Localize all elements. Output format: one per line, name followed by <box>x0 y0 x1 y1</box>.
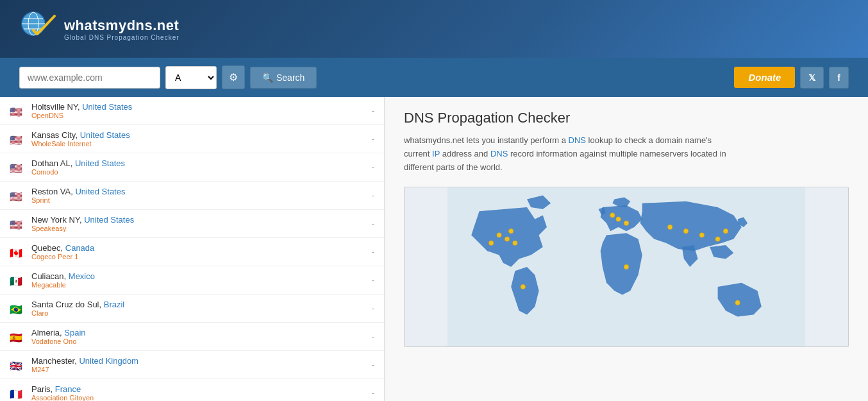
server-location: Paris, France <box>31 384 372 394</box>
svg-point-9 <box>488 241 493 245</box>
server-row[interactable]: 🇪🇸Almeria, SpainVodafone Ono- <box>0 323 384 351</box>
server-info: Holtsville NY, United StatesOpenDNS <box>31 102 372 119</box>
server-info: Culiacan, MexicoMegacable <box>31 271 372 289</box>
logo-area: whatsmydns.net Global DNS Propagation Ch… <box>19 10 179 48</box>
facebook-button[interactable]: f <box>829 67 849 89</box>
server-info: Almeria, SpainVodafone Ono <box>31 328 372 345</box>
server-isp: Comodo <box>31 168 372 176</box>
server-isp: OpenDNS <box>31 112 372 119</box>
svg-point-10 <box>513 241 517 245</box>
svg-point-18 <box>723 229 728 234</box>
server-result: - <box>372 191 374 200</box>
flag-icon: 🇺🇸 <box>10 134 25 144</box>
server-row[interactable]: 🇫🇷Paris, FranceAssociation Gitoyen- <box>0 379 384 401</box>
server-result: - <box>372 219 374 228</box>
flag-icon: 🇨🇦 <box>10 247 25 257</box>
server-row[interactable]: 🇺🇸Reston VA, United StatesSprint- <box>0 182 384 210</box>
server-isp: M247 <box>31 366 372 373</box>
server-location: Reston VA, United States <box>31 187 372 196</box>
server-location: Manchester, United Kingdom <box>31 356 372 366</box>
flag-icon: 🇺🇸 <box>10 219 25 229</box>
server-result: - <box>372 276 374 285</box>
flag-icon: 🇫🇷 <box>10 388 25 398</box>
server-info: Paris, FranceAssociation Gitoyen <box>31 384 372 401</box>
flag-icon: 🇲🇽 <box>10 275 25 286</box>
server-location: Almeria, Spain <box>31 328 372 337</box>
server-row[interactable]: 🇲🇽Culiacan, MexicoMegacable- <box>0 266 384 294</box>
right-panel: DNS Propagation Checker whatsmydns.net l… <box>385 97 868 401</box>
server-row[interactable]: 🇧🇷Santa Cruz do Sul, BrazilClaro- <box>0 294 384 323</box>
flag-icon: 🇺🇸 <box>10 162 25 173</box>
server-info: Reston VA, United StatesSprint <box>31 187 372 204</box>
svg-point-19 <box>521 285 525 289</box>
desc-dns2: DNS <box>490 149 508 158</box>
dns-title: DNS Propagation Checker <box>404 110 849 126</box>
server-info: Quebec, CanadaCogeco Peer 1 <box>31 243 372 260</box>
server-list: 🇺🇸Holtsville NY, United StatesOpenDNS-🇺🇸… <box>0 97 385 401</box>
svg-point-15 <box>683 229 688 234</box>
toolbar-right: Donate 𝕏 f <box>734 67 849 89</box>
server-isp: Claro <box>31 309 372 317</box>
svg-point-14 <box>667 225 672 230</box>
twitter-button[interactable]: 𝕏 <box>800 67 824 89</box>
donate-button[interactable]: Donate <box>734 67 795 88</box>
server-isp: Cogeco Peer 1 <box>31 253 372 260</box>
dns-description: whatsmydns.net lets you instantly perfor… <box>404 134 737 174</box>
server-isp: Sprint <box>31 196 372 204</box>
search-button[interactable]: 🔍 Search <box>250 67 317 89</box>
svg-point-13 <box>610 213 615 218</box>
svg-point-7 <box>505 237 509 241</box>
server-result: - <box>372 163 374 172</box>
svg-point-8 <box>508 229 513 234</box>
domain-input[interactable] <box>19 67 160 89</box>
settings-button[interactable]: ⚙ <box>222 65 245 89</box>
search-label: Search <box>276 73 305 83</box>
server-result: - <box>372 389 374 398</box>
site-header: whatsmydns.net Global DNS Propagation Ch… <box>0 0 868 58</box>
flag-icon: 🇺🇸 <box>10 106 25 116</box>
desc-text1: whatsmydns.net lets you instantly perfor… <box>404 135 569 145</box>
site-subtitle: Global DNS Propagation Checker <box>64 34 179 41</box>
flag-icon: 🇬🇧 <box>10 360 25 370</box>
twitter-icon: 𝕏 <box>808 73 815 83</box>
flag-icon: 🇧🇷 <box>10 303 25 314</box>
svg-point-20 <box>735 300 740 305</box>
record-type-select[interactable]: A AAAA CNAME MX NS TXT SOA <box>165 66 217 89</box>
svg-point-11 <box>616 217 621 221</box>
server-row[interactable]: 🇨🇦Quebec, CanadaCogeco Peer 1- <box>0 238 384 266</box>
server-result: - <box>372 135 374 144</box>
server-row[interactable]: 🇬🇧Manchester, United KingdomM247- <box>0 351 384 379</box>
server-location: Quebec, Canada <box>31 243 372 253</box>
server-location: Dothan AL, United States <box>31 158 372 168</box>
svg-point-21 <box>624 265 628 269</box>
desc-dns1: DNS <box>569 135 586 145</box>
server-info: Kansas City, United StatesWholeSale Inte… <box>31 130 372 148</box>
logo-icon <box>19 10 58 48</box>
svg-point-12 <box>624 221 628 225</box>
server-location: Culiacan, Mexico <box>31 271 372 281</box>
server-info: Santa Cruz do Sul, BrazilClaro <box>31 300 372 317</box>
flag-icon: 🇪🇸 <box>10 332 25 342</box>
server-isp: Vodafone Ono <box>31 337 372 345</box>
toolbar: A AAAA CNAME MX NS TXT SOA ⚙ 🔍 Search Do… <box>0 58 868 97</box>
world-map <box>404 187 849 347</box>
server-isp: WholeSale Internet <box>31 140 372 148</box>
svg-point-6 <box>497 233 501 237</box>
site-title: whatsmydns.net <box>64 17 179 34</box>
server-location: Holtsville NY, United States <box>31 102 372 112</box>
server-location: Kansas City, United States <box>31 130 372 140</box>
svg-point-17 <box>715 237 720 241</box>
server-info: Dothan AL, United StatesComodo <box>31 158 372 176</box>
server-row[interactable]: 🇺🇸New York NY, United StatesSpeakeasy- <box>0 210 384 238</box>
desc-ip: IP <box>432 149 440 158</box>
facebook-icon: f <box>837 73 840 83</box>
server-row[interactable]: 🇺🇸Kansas City, United StatesWholeSale In… <box>0 125 384 153</box>
server-location: New York NY, United States <box>31 215 372 225</box>
search-icon: 🔍 <box>262 73 273 83</box>
logo-text: whatsmydns.net Global DNS Propagation Ch… <box>64 17 179 41</box>
server-isp: Megacable <box>31 281 372 289</box>
server-info: New York NY, United StatesSpeakeasy <box>31 215 372 232</box>
server-row[interactable]: 🇺🇸Dothan AL, United StatesComodo- <box>0 153 384 182</box>
server-result: - <box>372 332 374 341</box>
server-row[interactable]: 🇺🇸Holtsville NY, United StatesOpenDNS- <box>0 97 384 125</box>
